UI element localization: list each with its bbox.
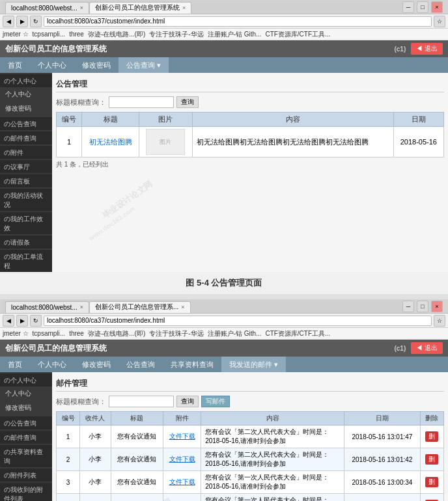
- app-layout-2: の个人中心 个人中心 修改密码 の公告查询 の邮件查询 の共享资料查询 の附件列…: [0, 372, 448, 501]
- app-title-1: 创新公司员工的信息管理系统: [5, 44, 107, 55]
- nav2-notice[interactable]: 公告查询: [119, 357, 163, 372]
- nav2-share[interactable]: 共享资料查询: [163, 357, 221, 372]
- tab-2-1[interactable]: localhost:8080/webst... ×: [5, 301, 89, 313]
- s2-profile[interactable]: 个人中心: [0, 386, 52, 401]
- back-btn[interactable]: ◀: [3, 16, 14, 27]
- close-btn-1[interactable]: ×: [431, 1, 443, 13]
- logout-btn-1[interactable]: ◀ 退出: [411, 43, 443, 55]
- tab-close-2-2[interactable]: ×: [181, 304, 184, 310]
- nav-notice-1[interactable]: 公告查询 ▾: [119, 57, 169, 73]
- mail-row-2[interactable]: 3 小李 您有会议通知 文件下载 您有会议「第一次人民代表大会」时间是：2018…: [57, 471, 444, 494]
- notice-title[interactable]: 初无法给图腾: [82, 127, 139, 157]
- bookmark-4[interactable]: 弥迹-在线电路...(即): [88, 30, 145, 39]
- bookmark-3[interactable]: three: [69, 31, 84, 38]
- refresh-btn-2[interactable]: ↻: [30, 315, 42, 327]
- tab-1-2[interactable]: 创新公司员工的信息管理系统 ×: [89, 2, 191, 14]
- minimize-btn-2[interactable]: ─: [402, 301, 414, 312]
- search-input-2[interactable]: [109, 396, 174, 407]
- star-btn[interactable]: ☆: [434, 16, 445, 27]
- mail-row-1[interactable]: 2 小李 您有会议通知 文件下载 您有会议「第二次人民代表大会」时间是：2018…: [57, 448, 444, 471]
- mail-del[interactable]: 删: [420, 448, 443, 471]
- nav-password-1[interactable]: 修改密码: [74, 57, 119, 73]
- notice-row-0[interactable]: 1 初无法给图腾 图片 初无法给图腾初无法给图腾初无法给图腾初无法给图腾 201…: [57, 127, 444, 157]
- sidebar-2: の个人中心 个人中心 修改密码 の公告查询 の邮件查询 の共享资料查询 の附件列…: [0, 372, 52, 501]
- bm2-2[interactable]: tcpsampli...: [33, 330, 66, 337]
- sidebar-section-notice-1: の公告查询: [0, 117, 52, 130]
- address-bar-2[interactable]: localhost:8080/ca37/customer/index.html: [44, 316, 432, 326]
- titlebar-1: localhost:8080/webst... × 创新公司员工的信息管理系统 …: [0, 0, 448, 14]
- mth-to: 收件人: [80, 412, 111, 426]
- mail-to: 小李: [80, 426, 111, 448]
- bookmark-7[interactable]: CTF资源库/CTF工具...: [265, 30, 330, 39]
- th-img-1: 图片: [139, 113, 192, 127]
- mail-attach[interactable]: 文件下载: [163, 426, 201, 448]
- bookmarks-bar-1: jmeter ☆ tcpsampli... three 弥迹-在线电路...(即…: [0, 29, 448, 40]
- tab-close-2-1[interactable]: ×: [80, 304, 83, 310]
- bookmark-1[interactable]: jmeter ☆: [3, 31, 29, 38]
- search-input-1[interactable]: [109, 96, 174, 108]
- sidebar-item-profile-1[interactable]: 个人中心: [0, 87, 52, 102]
- nav2-password[interactable]: 修改密码: [74, 357, 119, 372]
- search-btn-1[interactable]: 查询: [176, 96, 199, 108]
- mail-title: 您有会议通知: [111, 426, 163, 448]
- nav2-sent-mail[interactable]: 我发送的邮件 ▾: [221, 357, 286, 372]
- forward-btn-2[interactable]: ▶: [16, 315, 28, 327]
- bm2-4[interactable]: 弥迹-在线电路...(即): [88, 329, 145, 338]
- tab-close-1[interactable]: ×: [80, 5, 83, 11]
- bookmark-2[interactable]: tcpsampli...: [33, 31, 66, 38]
- mail-date: 2018-05-16 13:00:34: [344, 494, 420, 502]
- back-btn-2[interactable]: ◀: [3, 315, 14, 327]
- mail-attach[interactable]: 文件下载: [163, 448, 201, 471]
- mail-title: 您有会议通知: [111, 448, 163, 471]
- tab-close-2[interactable]: ×: [182, 5, 186, 11]
- notice-table: 编号 标题 图片 内容 日期 1 初无法给图腾 图片 初无法给图腾初无法给图腾初…: [56, 112, 444, 157]
- mth-date: 日期: [344, 412, 420, 426]
- refresh-btn[interactable]: ↻: [30, 16, 42, 27]
- tab-1-1[interactable]: localhost:8080/webst... ×: [5, 2, 89, 14]
- top-nav-2: 首页 个人中心 修改密码 公告查询 共享资料查询 我发送的邮件 ▾: [0, 357, 448, 372]
- sidebar-section-order-1: の我的工单流程: [0, 250, 52, 272]
- logout-btn-2[interactable]: ◀ 退出: [411, 342, 443, 354]
- mth-attach: 附件: [163, 412, 201, 426]
- close-btn-2[interactable]: ×: [431, 301, 443, 312]
- s2-pwd[interactable]: 修改密码: [0, 401, 52, 415]
- section-title-1: 公告管理: [56, 77, 444, 92]
- mail-attach[interactable]: 文件下载: [163, 471, 201, 494]
- address-bar-1[interactable]: localhost:8080/ca37/customer/index.html: [44, 16, 432, 27]
- s2-personal: の个人中心: [0, 373, 52, 386]
- sidebar-section-leave-1: の请假条: [0, 236, 52, 249]
- mail-attach[interactable]: 文件下载: [163, 494, 201, 502]
- bm2-3[interactable]: three: [69, 330, 84, 337]
- mail-del[interactable]: 删: [420, 471, 443, 494]
- bm2-5[interactable]: 专注于技珠子-华远: [149, 329, 203, 338]
- maximize-btn-1[interactable]: □: [417, 1, 428, 13]
- bm2-1[interactable]: jmeter ☆: [3, 330, 29, 337]
- nav-home-1[interactable]: 首页: [0, 57, 30, 73]
- bm2-7[interactable]: CTF资源库/CTF工具...: [265, 329, 330, 338]
- nav2-personal[interactable]: 个人中心: [30, 357, 74, 372]
- mail-date: 2018-05-16 13:01:47: [344, 426, 420, 448]
- bookmark-5[interactable]: 专注于技珠子-华远: [149, 30, 203, 39]
- mail-del[interactable]: 删: [420, 494, 443, 502]
- search-btn-2[interactable]: 查询: [176, 396, 199, 407]
- maximize-btn-2[interactable]: □: [417, 301, 428, 312]
- minimize-btn-1[interactable]: ─: [402, 1, 414, 13]
- nav2-home[interactable]: 首页: [0, 357, 30, 372]
- mail-row-0[interactable]: 1 小李 您有会议通知 文件下载 您有会议「第二次人民代表大会」时间是：2018…: [57, 426, 444, 448]
- bm2-6[interactable]: 注册账户-钴 Gith...: [208, 329, 262, 338]
- s2-share: の共享资料查询: [0, 445, 52, 467]
- star-btn-2[interactable]: ☆: [434, 315, 445, 327]
- compose-btn[interactable]: 写邮件: [201, 396, 230, 407]
- notice-id: 1: [57, 127, 82, 157]
- mail-row-3[interactable]: 4 小李 您有会议通知 文件下载 您有会议「第一次人民代表大会」时间是：2018…: [57, 494, 444, 502]
- bookmark-6[interactable]: 注册账户-钴 Gith...: [208, 30, 262, 39]
- section-title-2: 邮件管理: [56, 376, 444, 392]
- mth-title: 标题: [111, 412, 163, 426]
- forward-btn[interactable]: ▶: [16, 16, 28, 27]
- sidebar-item-pwd-1[interactable]: 修改密码: [0, 102, 52, 116]
- mail-del[interactable]: 删: [420, 426, 443, 448]
- tab-2-2[interactable]: 创新公司员工的信息管理系... ×: [89, 301, 191, 313]
- mail-id: 1: [57, 426, 80, 448]
- nav-personal-1[interactable]: 个人中心: [30, 57, 74, 73]
- notice-img: 图片: [139, 127, 192, 157]
